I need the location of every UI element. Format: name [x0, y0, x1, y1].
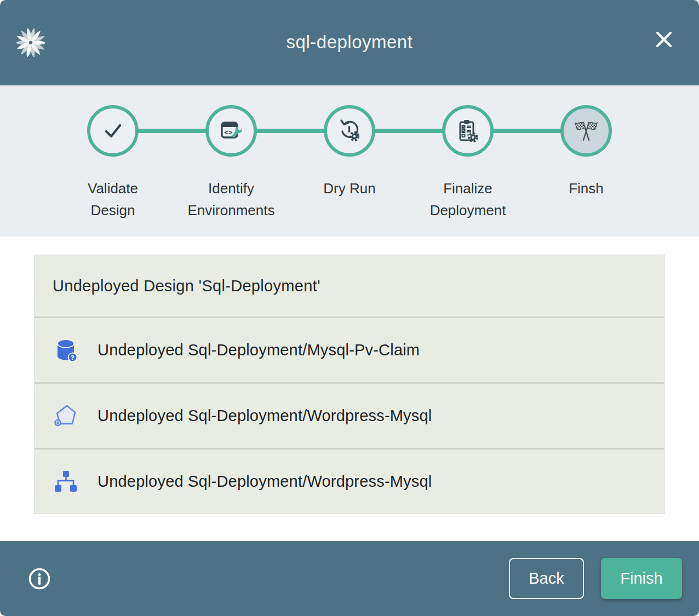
code-window-wrench-icon: <> [205, 105, 257, 157]
result-row: Undeployed Sql-Deployment/Wordpress-Mysq… [35, 448, 664, 514]
deployment-wizard-dialog: sql-deployment Validate Design [0, 0, 699, 616]
workload-hierarchy-icon [53, 469, 79, 495]
result-row-text: Undeployed Sql-Deployment/Mysql-Pv-Claim [98, 341, 420, 359]
check-icon [87, 105, 139, 157]
checkered-flags-icon [560, 105, 612, 157]
back-button[interactable]: Back [509, 558, 584, 599]
finish-button[interactable]: Finish [601, 558, 682, 599]
step-identify-environments[interactable]: <> Identify Environments [172, 105, 290, 221]
step-label: Finalize Deployment [430, 177, 506, 221]
stepper: Validate Design <> [0, 85, 699, 237]
step-label: Validate Design [88, 177, 138, 221]
result-row-text: Undeployed Sql-Deployment/Wordpress-Mysq… [98, 473, 432, 491]
panel-header: Undeployed Design 'Sql-Deployment' [35, 255, 664, 316]
svg-text:<>: <> [224, 128, 233, 136]
service-pentagon-icon [53, 403, 79, 429]
result-row-text: Undeployed Sql-Deployment/Wordpress-Mysq… [98, 407, 432, 425]
step-dry-run[interactable]: Dry Run [290, 105, 409, 221]
step-finalize-deployment[interactable]: Finalize Deployment [409, 105, 527, 221]
step-label: Finsh [569, 177, 604, 199]
result-row: Undeployed Sql-Deployment/Wordpress-Mysq… [35, 382, 664, 448]
dialog-title: sql-deployment [0, 32, 699, 53]
result-row: ? Undeployed Sql-Deployment/Mysql-Pv-Cla… [35, 316, 664, 382]
svg-text:?: ? [71, 354, 74, 361]
step-validate-design[interactable]: Validate Design [54, 105, 172, 221]
panel-header-text: Undeployed Design 'Sql-Deployment' [53, 277, 320, 295]
dialog-content: Undeployed Design 'Sql-Deployment' ? Und… [0, 237, 699, 541]
dialog-header: sql-deployment [0, 0, 699, 85]
dialog-footer: Back Finish [0, 541, 699, 616]
dry-run-history-gear-icon [324, 105, 375, 157]
clipboard-gear-icon [442, 105, 494, 157]
step-finish[interactable]: Finsh [527, 105, 645, 221]
step-label: Dry Run [323, 177, 375, 199]
database-question-icon: ? [53, 337, 79, 364]
close-icon[interactable] [651, 26, 677, 53]
step-label: Identify Environments [188, 177, 275, 221]
deployment-results-panel: Undeployed Design 'Sql-Deployment' ? Und… [35, 255, 664, 514]
info-icon[interactable] [27, 567, 51, 591]
